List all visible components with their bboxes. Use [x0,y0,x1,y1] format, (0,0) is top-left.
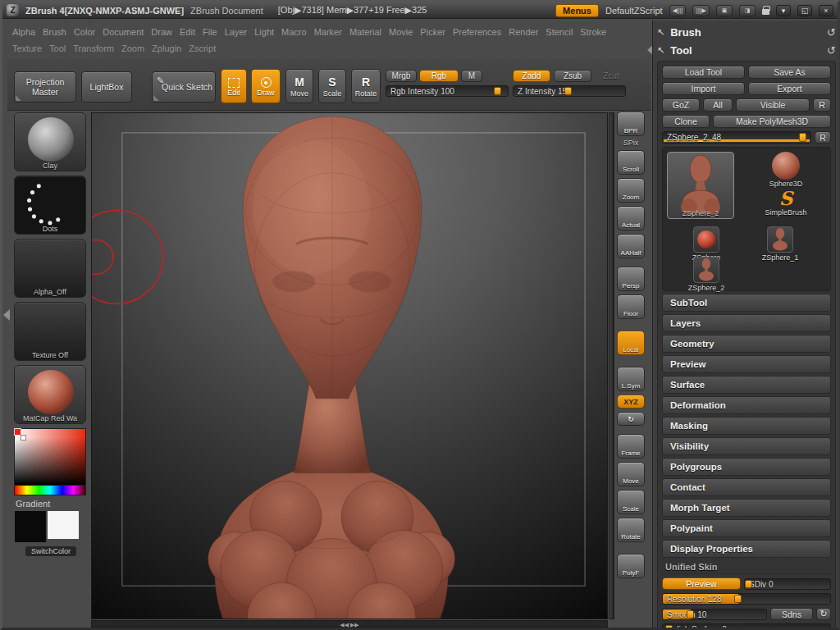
tool-section-header[interactable]: Morph Target [662,499,831,517]
menu-item[interactable]: Macro [281,27,307,37]
canvas-vertical-scrollbar[interactable] [609,112,614,619]
menu-item[interactable]: Alpha [12,27,35,37]
menu-item[interactable]: Stencil [546,27,573,37]
perspective-button[interactable]: Persp [617,267,645,291]
scale-3d-button[interactable]: Scale [617,490,645,514]
lightbox-button[interactable]: LightBox [81,71,132,103]
visible-button[interactable]: Visible [736,98,810,112]
menu-item[interactable]: Layer [225,27,248,37]
menu-item[interactable]: Texture [12,43,42,53]
close-button[interactable]: × [819,5,833,16]
goz-button[interactable]: GoZ [662,98,700,112]
r-button[interactable]: R [813,98,831,112]
resolution-slider[interactable]: Resolution 128 [662,593,831,605]
zadd-button[interactable]: Zadd [513,70,550,82]
menu-item[interactable]: Picker [420,27,445,37]
zsphere1-thumbnail[interactable] [767,226,793,253]
restore-button[interactable]: ◱ [797,5,812,16]
zsphere2-small-thumbnail[interactable] [693,257,719,283]
menu-item[interactable]: Material [349,27,381,37]
unified-skin-preview-button[interactable]: Preview [662,578,741,590]
menu-item[interactable]: Movie [389,27,413,37]
rgb-button[interactable]: Rgb [419,70,459,82]
menu-item[interactable]: Zoom [121,43,144,53]
unified-skin-section-header[interactable]: Unified Skin [662,561,831,574]
brush-palette-header[interactable]: ↖ Brush ↺ [657,23,836,41]
menu-item[interactable]: Draw [151,27,172,37]
export-document-icon[interactable]: ◨ [739,5,756,16]
floor-grid-button[interactable]: Floor [617,294,645,319]
zoom-button[interactable]: Zoom [617,178,645,203]
actual-size-button[interactable]: Actual [617,206,645,231]
menu-item[interactable]: File [203,27,217,37]
history-icon[interactable]: ↺ [827,26,836,39]
main-color-swatch[interactable] [14,510,47,543]
menus-toggle-button[interactable]: Menus [555,4,599,17]
draw-mode-button[interactable]: Draw [251,69,281,103]
menu-item[interactable]: Zscript [189,43,216,53]
refresh-icon[interactable]: ↻ [816,608,831,620]
current-texture-thumbnail[interactable]: Texture Off [14,302,86,361]
secondary-color-swatch[interactable] [47,510,80,540]
menu-item[interactable]: Stroke [580,27,606,37]
slider-handle[interactable] [734,595,742,603]
quick-sketch-button[interactable]: ✎ Quick Sketch [152,71,216,103]
tool-section-header[interactable]: Contact [662,478,831,496]
slider-handle[interactable] [494,87,501,95]
aahalf-button[interactable]: AAHalf [617,234,645,258]
move-3d-button[interactable]: Move [617,462,645,486]
current-material-thumbnail[interactable]: MatCap Red Wa [14,365,86,424]
menu-item[interactable]: Color [74,27,95,37]
tool-section-header[interactable]: Layers [662,314,831,332]
slider-handle[interactable] [564,87,572,95]
tool-section-header[interactable]: Deformation [662,396,831,414]
menu-item[interactable]: Document [103,27,144,37]
rotate-mode-button[interactable]: R Rotate [351,69,381,103]
zsub-button[interactable]: Zsub [554,70,591,82]
scrollbar-arrows-icon[interactable]: ◀◀ ▶▶ [340,622,358,628]
current-brush-thumbnail[interactable]: Clay [14,112,86,171]
menu-item[interactable]: Zplugin [152,43,181,53]
tool-reset-button[interactable]: R [815,131,831,144]
copy-document-icon[interactable]: ▣ [716,5,733,16]
polyframe-button[interactable]: PolyF [617,554,645,578]
tool-section-header[interactable]: Polypaint [662,519,831,537]
clone-button[interactable]: Clone [662,115,710,128]
left-tray-collapse-arrow[interactable] [3,309,10,321]
hue-gradient-bar[interactable] [14,486,86,495]
menu-item[interactable]: Marker [314,27,342,37]
current-alpha-thumbnail[interactable]: Alpha_Off [14,239,86,298]
xyz-axis-button[interactable]: XYZ [617,395,645,409]
polish-surface-slider[interactable]: Polish Surface 0 [662,623,831,628]
tool-section-header[interactable]: Visibility [662,437,831,455]
left-tray-toggle-icon[interactable]: ◀|||| [669,5,687,16]
tool-palette-header[interactable]: ↖ Tool ↺ [657,41,836,59]
tool-section-header[interactable]: Masking [662,417,831,435]
save-as-button[interactable]: Save As [748,66,831,79]
tool-section-header[interactable]: Geometry [662,335,831,353]
sdns-button[interactable]: Sdns [770,608,813,620]
menu-item[interactable]: Render [509,27,538,37]
menu-item[interactable]: Preferences [453,27,501,37]
spin-icon[interactable]: ↻ [617,412,645,426]
make-polymesh3d-button[interactable]: Make PolyMesh3D [713,115,831,128]
switch-color-button[interactable]: SwitchColor [25,546,76,556]
slider-handle[interactable] [687,610,694,619]
smooth-slider[interactable]: Smooth 10 [662,609,767,620]
spix-control[interactable]: SPix [623,139,639,147]
mrgb-button[interactable]: Mrgb [386,70,417,82]
menu-item[interactable]: Brush [43,27,66,37]
tool-section-header[interactable]: Polygroups [662,458,831,476]
lock-icon[interactable] [762,9,769,15]
sphere3d-icon[interactable] [772,152,800,180]
tool-section-header[interactable]: Preview [662,355,831,373]
tool-section-header[interactable]: SubTool [662,294,831,312]
menu-item[interactable]: Edit [180,27,195,37]
current-stroke-thumbnail[interactable]: Dots [14,176,86,235]
import-button[interactable]: Import [662,82,745,95]
z-intensity-slider[interactable]: Z Intensity 15 [513,85,626,97]
projection-master-button[interactable]: Projection Master [14,71,76,103]
rotate-3d-button[interactable]: Rotate [617,518,645,542]
simplebrush-icon[interactable]: S [779,189,793,208]
sculpt-canvas[interactable] [91,112,608,619]
